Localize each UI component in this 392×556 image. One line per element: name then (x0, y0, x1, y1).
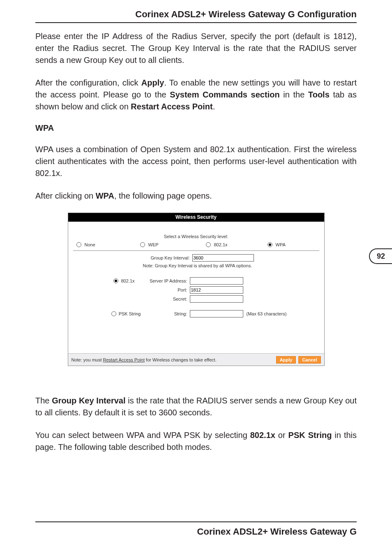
bold-system-commands: System Commands section (170, 90, 279, 99)
radio-mode-8021x[interactable] (113, 278, 118, 283)
server-ip-input[interactable] (190, 277, 243, 285)
radio-8021x-label: 802.1x (214, 242, 228, 247)
radio-wpa[interactable] (267, 242, 272, 247)
security-level-radio-row: None WEP 802.1x WPA (73, 242, 319, 250)
port-label: Port: (139, 287, 190, 292)
divider (73, 250, 319, 251)
bold-8021x: 802.1x (250, 431, 275, 440)
text: The (35, 396, 52, 405)
radio-wep-label: WEP (148, 242, 159, 247)
string-input[interactable] (190, 310, 243, 317)
paragraph-group-key: The Group Key Interval is the rate that … (35, 395, 357, 419)
panel-title: Wireless Security (68, 213, 324, 222)
group-key-interval-label: Group Key Interval: (73, 255, 192, 260)
text: , the following page opens. (114, 191, 212, 200)
text: After clicking on (35, 191, 96, 200)
bold-tools: Tools (308, 90, 330, 99)
paragraph-wpa-psk-select: You can select between WPA and WPA PSK b… (35, 429, 357, 453)
page-number-tab: 92 (369, 248, 392, 264)
group-key-interval-input[interactable] (192, 254, 254, 262)
wireless-security-screenshot: Wireless Security Select a Wireless Secu… (68, 213, 325, 366)
select-security-label: Select a Wireless Security level: (73, 234, 319, 239)
radio-none[interactable] (76, 242, 81, 247)
string-label: String: (145, 311, 190, 316)
paragraph-apply-instructions: After the configuration, click Apply. To… (35, 77, 357, 113)
string-hint: (Max 63 characters) (247, 311, 287, 316)
paragraph-radius-intro: Please enter the IP Address of the Radiu… (35, 30, 357, 66)
bold-apply: Apply (141, 78, 164, 87)
radio-wpa-label: WPA (276, 242, 286, 247)
text: in the (280, 90, 308, 99)
text: or (275, 431, 288, 440)
secret-input[interactable] (190, 295, 243, 303)
radio-mode-psk[interactable] (111, 311, 116, 316)
restart-access-point-link[interactable]: Restart Access Point (103, 357, 145, 362)
header-rule (35, 22, 357, 23)
radio-mode-8021x-label: 802.1x (121, 278, 134, 283)
apply-button[interactable]: Apply (276, 356, 296, 364)
radio-none-label: None (85, 242, 95, 247)
text: You can select between WPA and WPA PSK b… (35, 431, 250, 440)
bold-wpa: WPA (96, 191, 114, 200)
server-ip-label: Server IP Address: (139, 278, 190, 283)
secret-label: Secret: (139, 297, 190, 301)
footer-note-pre: Note: you must (71, 357, 103, 362)
text: . (213, 102, 215, 111)
group-key-note: Note: Group Key Interval is shared by al… (143, 263, 262, 269)
footer-title: Corinex ADSL2+ Wireless Gateway G (35, 526, 357, 537)
text: After the configuration, click (35, 78, 141, 87)
bold-group-key-interval: Group Key Interval (52, 396, 125, 405)
paragraph-wpa-desc: WPA uses a combination of Open System an… (35, 144, 357, 179)
bold-psk-string: PSK String (288, 431, 332, 440)
port-input[interactable] (190, 286, 243, 294)
paragraph-wpa-click: After clicking on WPA, the following pag… (35, 190, 357, 202)
footer-note-post: for Wireless changes to take effect. (145, 357, 217, 362)
bold-restart-access-point: Restart Access Point (131, 102, 212, 111)
footer-rule (35, 521, 357, 522)
radio-mode-psk-label: PSK String (119, 311, 141, 316)
section-heading-wpa: WPA (35, 123, 357, 133)
radio-wep[interactable] (140, 242, 145, 247)
radio-8021x[interactable] (206, 242, 211, 247)
cancel-button[interactable]: Cancel (298, 356, 321, 364)
page-header-title: Corinex ADSL2+ Wireless Gateway G Config… (35, 9, 357, 20)
panel-footer: Note: you must Restart Access Point for … (68, 353, 324, 366)
